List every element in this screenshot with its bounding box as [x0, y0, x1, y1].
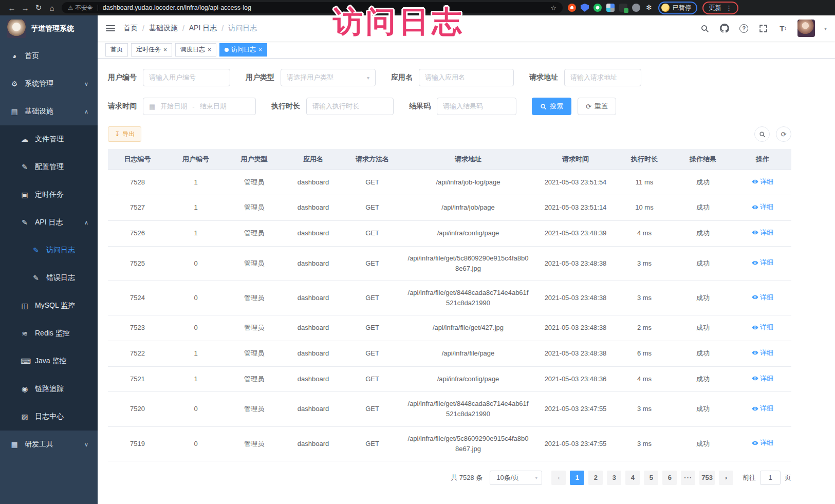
tools-icon: ▦ [10, 440, 18, 449]
cell-url: /api/infra/file/get/5c8609290e915c4fa8b0… [402, 246, 534, 281]
cell-user_type: 管理员 [225, 315, 284, 341]
close-icon[interactable]: × [208, 47, 211, 53]
page-button-2[interactable]: 2 [588, 471, 603, 485]
github-icon[interactable] [719, 23, 730, 33]
column-header: 应用名 [284, 149, 343, 170]
detail-link[interactable]: 详细 [752, 228, 773, 238]
user-avatar[interactable] [797, 20, 815, 37]
sidebar-item-config[interactable]: ✎配置管理 [0, 153, 98, 181]
detail-link[interactable]: 详细 [752, 202, 773, 212]
breadcrumb-item[interactable]: 首页 [123, 24, 138, 33]
tab-定时任务[interactable]: 定时任务× [131, 43, 172, 57]
browser-home-icon[interactable]: ⌂ [45, 4, 59, 12]
sidebar-item-file[interactable]: ☁文件管理 [0, 125, 98, 153]
fullscreen-icon[interactable] [758, 23, 769, 33]
extension-grid-icon[interactable] [606, 4, 615, 12]
prev-page-button[interactable]: ‹ [551, 471, 566, 485]
detail-link[interactable]: 详细 [752, 438, 773, 448]
close-icon[interactable]: × [163, 47, 167, 53]
help-icon[interactable]: ? [739, 23, 749, 33]
refresh-table-button[interactable]: ⟳ [776, 126, 791, 142]
sidebar-item-job[interactable]: ▣定时任务 [0, 181, 98, 209]
extension-ghost-icon[interactable] [632, 4, 640, 12]
column-header: 请求时间 [534, 149, 617, 170]
detail-link[interactable]: 详细 [752, 292, 773, 303]
extension-shield-icon[interactable] [581, 4, 589, 12]
filter-input-6[interactable]: 请输入结果码 [437, 98, 516, 115]
cell-app: dashboard [284, 170, 343, 195]
detail-link[interactable]: 详细 [752, 322, 773, 332]
extension-pinwheel-icon[interactable]: ✻ [645, 4, 653, 12]
page-button-5[interactable]: 5 [644, 471, 658, 485]
browser-profile-chip[interactable]: 已暂停 [658, 2, 697, 14]
bookmark-star-icon[interactable]: ☆ [550, 4, 556, 12]
sidebar-item-java[interactable]: ⌨Java 监控 [0, 347, 98, 375]
cell-result: 成功 [672, 392, 734, 426]
cell-result: 成功 [672, 246, 734, 281]
cell-time: 2021-05-03 23:48:36 [534, 366, 617, 392]
extension-green-icon[interactable] [593, 4, 602, 12]
page-button-753[interactable]: 753 [699, 471, 715, 485]
avatar-caret-down-icon[interactable]: ▾ [824, 26, 827, 31]
reset-button[interactable]: ⟳ 重置 [578, 98, 616, 115]
cell-user_id: 1 [167, 195, 225, 221]
date-range-input[interactable]: ▦开始日期-结束日期 [143, 98, 256, 115]
next-page-button[interactable]: › [719, 471, 733, 485]
toggle-search-button[interactable] [754, 126, 770, 142]
sidebar-item-error-log[interactable]: ✎错误日志 [0, 264, 98, 292]
detail-link[interactable]: 详细 [752, 257, 773, 268]
detail-link[interactable]: 详细 [752, 348, 773, 358]
sidebar-item-access-log[interactable]: ✎访问日志 [0, 236, 98, 264]
extension-translate-icon[interactable] [619, 4, 627, 12]
sidebar-logo[interactable]: 芋道管理系统 [0, 15, 98, 42]
hamburger-icon[interactable] [106, 25, 115, 31]
page-button-6[interactable]: 6 [662, 471, 677, 485]
sidebar-item-home[interactable]: ◕首页 [0, 42, 98, 70]
sidebar-item-tracer[interactable]: ◉链路追踪 [0, 375, 98, 403]
page-button-4[interactable]: 4 [625, 471, 640, 485]
font-size-icon[interactable]: T↕ [778, 23, 788, 33]
user-type-select[interactable]: 请选择用户类型▾ [281, 69, 376, 86]
sidebar-item-infra[interactable]: ▤基础设施∧ [0, 98, 98, 125]
export-button[interactable]: ↧ 导出 [108, 126, 141, 142]
sidebar-item-mysql[interactable]: ◫MySQL 监控 [0, 292, 98, 320]
breadcrumb-item[interactable]: 基础设施 [149, 24, 178, 33]
browser-forward-icon[interactable]: → [18, 4, 32, 12]
close-icon[interactable]: × [258, 47, 262, 53]
browser-back-icon[interactable]: ← [5, 4, 18, 12]
detail-link[interactable]: 详细 [752, 374, 773, 384]
cell-method: GET [343, 195, 402, 221]
detail-link[interactable]: 详细 [752, 403, 773, 414]
tab-调度日志[interactable]: 调度日志× [175, 43, 216, 57]
cell-time: 2021-05-03 23:47:55 [534, 392, 617, 426]
filter-input-0[interactable]: 请输入用户编号 [143, 69, 230, 86]
page-button-3[interactable]: 3 [607, 471, 621, 485]
page-button-1[interactable]: 1 [570, 471, 584, 485]
sidebar-item-redis[interactable]: ≋Redis 监控 [0, 320, 98, 347]
browser-update-button[interactable]: 更新 ⋮ [702, 2, 738, 14]
address-bar[interactable]: ⚠ 不安全 dashboard.yudao.iocoder.cn/infra/l… [62, 2, 563, 13]
filter-input-5[interactable]: 请输入执行时长 [306, 98, 394, 115]
filter-input-3[interactable]: 请输入请求地址 [564, 69, 641, 86]
page-size-select[interactable]: 10条/页 ▾ [490, 471, 542, 485]
tab-访问日志[interactable]: 访问日志× [219, 43, 267, 57]
sidebar-item-log-center[interactable]: ▨日志中心 [0, 403, 98, 431]
sidebar-item-tools[interactable]: ▦研发工具∨ [0, 431, 98, 458]
filter-input-2[interactable]: 请输入应用名 [419, 69, 514, 86]
cell-user_type: 管理员 [225, 281, 284, 315]
search-icon[interactable] [700, 23, 710, 33]
browser-menu-kebab-icon[interactable]: ⋮ [726, 4, 732, 12]
cell-id: 7523 [108, 315, 167, 341]
breadcrumb-item[interactable]: API 日志 [189, 24, 217, 33]
extension-orange-icon[interactable] [568, 4, 576, 12]
detail-link[interactable]: 详细 [752, 177, 773, 187]
cell-method: GET [343, 366, 402, 392]
tab-首页[interactable]: 首页 [105, 43, 128, 57]
browser-reload-icon[interactable]: ↻ [32, 3, 45, 12]
pager-ellipsis[interactable]: ··· [681, 471, 695, 485]
sidebar-item-api-log[interactable]: ✎API 日志∧ [0, 209, 98, 236]
goto-page-input[interactable] [760, 471, 781, 485]
sidebar-item-system[interactable]: ⚙系统管理∨ [0, 70, 98, 98]
search-button[interactable]: 搜索 [532, 98, 571, 115]
breadcrumb-item: 访问日志 [228, 24, 257, 33]
